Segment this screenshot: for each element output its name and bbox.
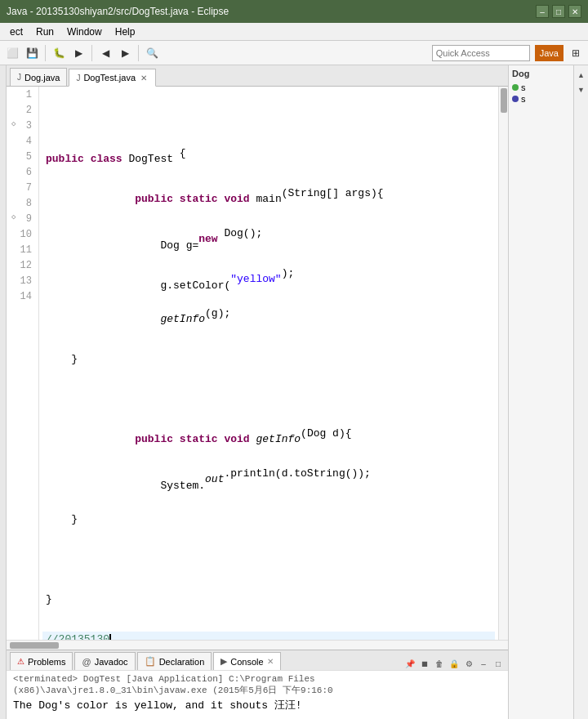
getinfo-call: getInfo: [160, 313, 205, 325]
h-scrollbar-thumb[interactable]: [10, 642, 59, 649]
console-stop-button[interactable]: ⏹: [418, 657, 431, 670]
kw-class-1: class: [91, 153, 122, 165]
code-line-7: }: [42, 351, 495, 367]
code-line-11: }: [42, 511, 495, 527]
scrollbar-thumb[interactable]: [501, 88, 507, 113]
toolbar-perspective-button[interactable]: ⊞: [567, 44, 585, 62]
str-yellow: "yellow": [230, 273, 281, 285]
out-ref: out: [205, 473, 224, 485]
tab-declaration[interactable]: 📋 Declaration: [137, 652, 212, 670]
kw-void-1: void: [224, 193, 249, 205]
outline-title: Dog: [512, 69, 570, 78]
horizontal-scrollbar[interactable]: [7, 640, 508, 650]
outline-panel: Dog s s: [508, 65, 573, 719]
quick-access-input[interactable]: [432, 45, 530, 61]
far-right-btn-2[interactable]: ▼: [575, 83, 588, 96]
line-num-6: 6: [10, 164, 35, 180]
tab-dog-java[interactable]: J Dog.java: [10, 68, 67, 86]
tab-problems[interactable]: ⚠ Problems: [10, 652, 73, 670]
problems-icon: ⚠: [17, 657, 24, 666]
outline-item-1[interactable]: s: [512, 82, 570, 93]
code-line-2: public class DogTest {: [42, 151, 495, 167]
title-bar: Java - 20135130shiyan2/src/DogTest.java …: [0, 0, 588, 23]
tab-javadoc[interactable]: @ Javadoc: [74, 652, 135, 670]
kw-public-3: public: [135, 433, 173, 445]
code-line-10: System.out.println(d.toString());: [42, 471, 495, 487]
classname-dogtest: DogTest: [128, 153, 173, 165]
toolbar-save-button[interactable]: 💾: [23, 44, 41, 62]
editor-tabs: J Dog.java J DogTest.java ✕: [7, 65, 508, 87]
code-line-12: [42, 552, 495, 567]
code-line-14: //20135130: [42, 632, 495, 640]
title-bar-text: Java - 20135130shiyan2/src/DogTest.java …: [7, 6, 229, 17]
cursor: [109, 634, 111, 641]
far-right-btn-1[interactable]: ▲: [575, 69, 588, 82]
toolbar-right: Java ⊞: [535, 44, 585, 62]
dogtest-java-icon: J: [76, 74, 80, 83]
minimize-button[interactable]: –: [536, 5, 549, 18]
tab-dogtest-close[interactable]: ✕: [139, 73, 149, 83]
javadoc-at-icon: @: [82, 657, 91, 667]
kw-void-2: void: [224, 433, 249, 445]
console-output: The Dog's color is yellow, and it shouts…: [13, 698, 501, 712]
bottom-tab-controls: 📌 ⏹ 🗑 🔒 ⚙ – □: [403, 657, 508, 670]
console-maximize-button[interactable]: □: [492, 657, 505, 670]
tab-console-close[interactable]: ✕: [267, 657, 274, 666]
close-button[interactable]: ✕: [568, 5, 581, 18]
toolbar-run-button[interactable]: ▶: [69, 44, 87, 62]
comment-line: //20135130: [46, 633, 109, 640]
code-editor: 1 2 3◇ 4 5 6 7 8 9◇ 10 11 12 13 14 publi…: [7, 87, 508, 640]
dog-java-icon: J: [17, 73, 21, 82]
console-pin-button[interactable]: 📌: [403, 657, 416, 670]
kw-static-2: static: [180, 433, 218, 445]
tab-problems-label: Problems: [28, 657, 65, 667]
tab-declaration-label: Declaration: [159, 657, 205, 667]
console-settings-button[interactable]: ⚙: [462, 657, 475, 670]
tab-dogtest-java[interactable]: J DogTest.java ✕: [69, 69, 156, 87]
tab-console[interactable]: ▶ Console ✕: [213, 652, 280, 670]
outline-item-2-label: s: [521, 94, 526, 104]
console-clear-button[interactable]: 🗑: [433, 657, 446, 670]
line-num-14: 14: [10, 288, 35, 304]
toolbar-debug-button[interactable]: 🐛: [50, 44, 68, 62]
menu-bar: ect Run Window Help: [0, 23, 588, 41]
line-num-3: 3◇: [10, 118, 35, 133]
menu-item-window[interactable]: Window: [60, 23, 109, 41]
console-minimize-button[interactable]: –: [477, 657, 490, 670]
line-num-9: 9◇: [10, 211, 35, 226]
tab-javadoc-label: Javadoc: [95, 657, 128, 667]
java-badge: Java: [535, 45, 564, 61]
tab-console-label: Console: [230, 657, 263, 667]
line-num-13: 13: [10, 273, 35, 288]
toolbar-search-button[interactable]: 🔍: [143, 44, 161, 62]
toolbar-back-button[interactable]: ◀: [96, 44, 114, 62]
outline-item-2[interactable]: s: [512, 93, 570, 105]
maximize-button[interactable]: □: [552, 5, 565, 18]
line-num-11: 11: [10, 242, 35, 257]
bottom-tabs: ⚠ Problems @ Javadoc 📋 Declaration ▶ Con…: [7, 650, 508, 670]
toolbar-sep-2: [91, 45, 92, 61]
line-numbers: 1 2 3◇ 4 5 6 7 8 9◇ 10 11 12 13 14: [7, 87, 39, 640]
kw-public-2: public: [135, 193, 173, 205]
outline-dot-1: [512, 84, 519, 91]
menu-item-ect[interactable]: ect: [3, 23, 29, 41]
line-num-7: 7: [10, 180, 35, 195]
line-num-4: 4: [10, 133, 35, 149]
outline-item-1-label: s: [521, 83, 526, 92]
console-terminated: <terminated> DogTest [Java Application] …: [13, 674, 501, 696]
console-scroll-lock-button[interactable]: 🔒: [448, 657, 461, 670]
code-content[interactable]: public class DogTest { public static voi…: [39, 87, 498, 640]
code-line-9: public static void getInfo(Dog d){: [42, 431, 495, 447]
console-area: <terminated> DogTest [Java Application] …: [7, 670, 508, 719]
toolbar-sep-3: [138, 45, 139, 61]
menu-item-help[interactable]: Help: [109, 23, 142, 41]
menu-item-run[interactable]: Run: [29, 23, 60, 41]
toolbar-forward-button[interactable]: ▶: [116, 44, 134, 62]
method-main: main: [256, 193, 282, 205]
console-icon: ▶: [220, 656, 227, 667]
code-line-8: [42, 391, 495, 407]
title-bar-controls: – □ ✕: [536, 5, 581, 18]
vertical-scrollbar[interactable]: [498, 87, 508, 640]
kw-public-1: public: [46, 153, 84, 165]
toolbar-new-button[interactable]: ⬜: [3, 44, 21, 62]
